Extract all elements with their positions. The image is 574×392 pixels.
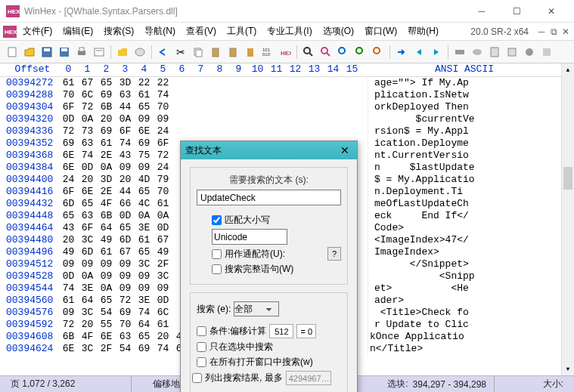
paste-special-icon[interactable]	[225, 45, 240, 60]
menu-window[interactable]: 窗口(W)	[360, 23, 402, 40]
cond-val1[interactable]: 512	[269, 324, 293, 338]
menu-edit[interactable]: 编辑(E)	[58, 23, 98, 40]
selection-only-checkbox[interactable]: 只在选块中搜索	[197, 341, 341, 353]
sb-page: 页 1,072 / 3,262	[3, 376, 132, 392]
print-icon[interactable]	[74, 45, 89, 60]
mdi-close-icon[interactable]: ✕	[560, 26, 571, 37]
svg-point-34	[526, 48, 533, 56]
svg-rect-6	[44, 48, 50, 51]
undo-icon[interactable]	[156, 45, 171, 60]
menu-search[interactable]: 搜索(S)	[99, 23, 138, 40]
template-icon[interactable]	[504, 45, 520, 60]
svg-rect-19	[247, 48, 253, 57]
maximize-button[interactable]: ☐	[500, 1, 533, 22]
save-icon[interactable]	[39, 45, 54, 60]
titlebar: HEX WinHex - [QWhale.Syntax.Parsers.dll]…	[0, 0, 574, 23]
menu-navigate[interactable]: 导航(N)	[140, 23, 180, 40]
encoding-select[interactable]: Unicode	[212, 229, 287, 245]
dialog-title: 查找文本	[185, 144, 337, 157]
scope-select[interactable]: 全部	[234, 301, 279, 316]
hex-row[interactable]: 00394288706C69636174plication.IsNetw	[0, 89, 561, 101]
mdi-restore-icon[interactable]: ⧉	[548, 26, 559, 37]
cond-offset-checkbox[interactable]	[197, 326, 206, 336]
toolbar: ✂ 101010 HEX	[0, 41, 574, 63]
svg-rect-30	[455, 50, 464, 54]
wildcard-char-box[interactable]: ?	[327, 247, 341, 261]
calc-icon[interactable]	[487, 45, 502, 60]
folder-icon[interactable]	[115, 45, 130, 60]
sb-sel-label: 选块:	[387, 378, 408, 390]
wildcard-label: 用作通配符(U):	[225, 248, 285, 261]
find-text-dialog: 查找文本 ✕ 需要搜索的文本 (s): UpdateCheck 匹配大小写 Un…	[180, 140, 358, 392]
find-icon[interactable]	[301, 45, 316, 60]
disk-icon[interactable]	[132, 45, 147, 60]
svg-text:010: 010	[262, 52, 271, 57]
wildcard-checkbox[interactable]	[212, 249, 222, 259]
list-results-label: 列出搜索结果, 最多	[205, 372, 283, 384]
all-windows-checkbox[interactable]: 在所有打开窗口中搜索(w)	[197, 356, 341, 369]
list-max-box: 4294967…	[286, 371, 331, 385]
scroll-up-icon[interactable]: ▲	[562, 63, 574, 76]
copy-icon[interactable]	[191, 45, 206, 60]
menu-help[interactable]: 帮助(H)	[403, 23, 443, 40]
minimize-button[interactable]: ─	[465, 1, 498, 22]
cut-icon[interactable]: ✂	[173, 45, 188, 60]
svg-rect-33	[508, 48, 516, 56]
match-case-checkbox[interactable]: 匹配大小写	[212, 214, 341, 227]
search-scope-label: 搜索 (e):	[197, 303, 231, 316]
menu-view[interactable]: 查看(V)	[182, 23, 221, 40]
whole-words-checkbox[interactable]: 搜索完整语句(W)	[212, 263, 341, 276]
forward-icon[interactable]	[429, 45, 444, 60]
menu-options[interactable]: 选项(O)	[318, 23, 358, 40]
hex-editor: Offset 0123456789101112131415 ANSI ASCII…	[0, 63, 574, 375]
open-icon[interactable]	[22, 45, 37, 60]
paste-icon[interactable]	[208, 45, 223, 60]
find-hex-icon[interactable]	[318, 45, 334, 60]
replace-icon[interactable]	[353, 45, 368, 60]
scroll-down-icon[interactable]: ▼	[562, 363, 574, 375]
vertical-scrollbar[interactable]: ▲ ▼	[561, 63, 574, 375]
hex-row[interactable]: 003942726167653D2222age=""> If My.Ap	[0, 77, 561, 89]
binary-icon[interactable]: 101010	[260, 45, 275, 60]
goto-icon[interactable]	[394, 45, 409, 60]
disk2-icon[interactable]	[470, 45, 485, 60]
sb-size-label: 大小:	[495, 376, 571, 392]
svg-point-23	[304, 48, 310, 54]
dialog-close-button[interactable]: ✕	[337, 144, 352, 157]
scroll-thumb[interactable]	[563, 167, 572, 190]
find-text-icon[interactable]	[336, 45, 351, 60]
hex-icon[interactable]: HEX	[278, 45, 293, 60]
new-icon[interactable]	[5, 45, 20, 60]
svg-rect-17	[213, 48, 219, 57]
search-input[interactable]: UpdateCheck	[197, 190, 341, 205]
tool-icon[interactable]	[539, 45, 554, 60]
cond-offset-label: 条件:偏移计算	[209, 325, 266, 338]
svg-rect-10	[79, 48, 84, 51]
close-button[interactable]: ✕	[535, 1, 568, 22]
list-results-checkbox[interactable]	[192, 373, 202, 383]
hex-row[interactable]: 003943200D0A200A0909 $currentVe	[0, 113, 561, 125]
svg-line-26	[327, 53, 330, 56]
gear-icon[interactable]	[522, 45, 537, 60]
svg-rect-16	[196, 50, 202, 57]
svg-text:HEX: HEX	[281, 50, 291, 57]
svg-rect-8	[61, 48, 67, 51]
hex-row[interactable]: 003943367273696F6E24rsion$ = My.Appl	[0, 125, 561, 137]
menu-tools[interactable]: 工具(T)	[222, 23, 261, 40]
save-as-icon[interactable]	[57, 45, 72, 60]
ascii-header: ANSI ASCII	[368, 63, 561, 76]
menu-specialist[interactable]: 专业工具(I)	[262, 23, 316, 40]
svg-rect-4	[8, 48, 16, 57]
svg-point-29	[374, 48, 380, 54]
properties-icon[interactable]	[92, 45, 107, 60]
ram-icon[interactable]	[452, 45, 467, 60]
hex-row[interactable]: 003943046F726B446570orkDeployed Then	[0, 101, 561, 113]
back-icon[interactable]	[411, 45, 427, 60]
menubar: HEX 文件(F) 编辑(E) 搜索(S) 导航(N) 查看(V) 工具(T) …	[0, 23, 574, 41]
menu-file[interactable]: 文件(F)	[18, 23, 57, 40]
delete-icon[interactable]	[243, 45, 258, 60]
mdi-icon: HEX	[3, 26, 17, 38]
cond-val2[interactable]: = 0	[296, 324, 316, 338]
replace-hex-icon[interactable]	[371, 45, 386, 60]
mdi-minimize-icon[interactable]: ─	[536, 26, 547, 37]
